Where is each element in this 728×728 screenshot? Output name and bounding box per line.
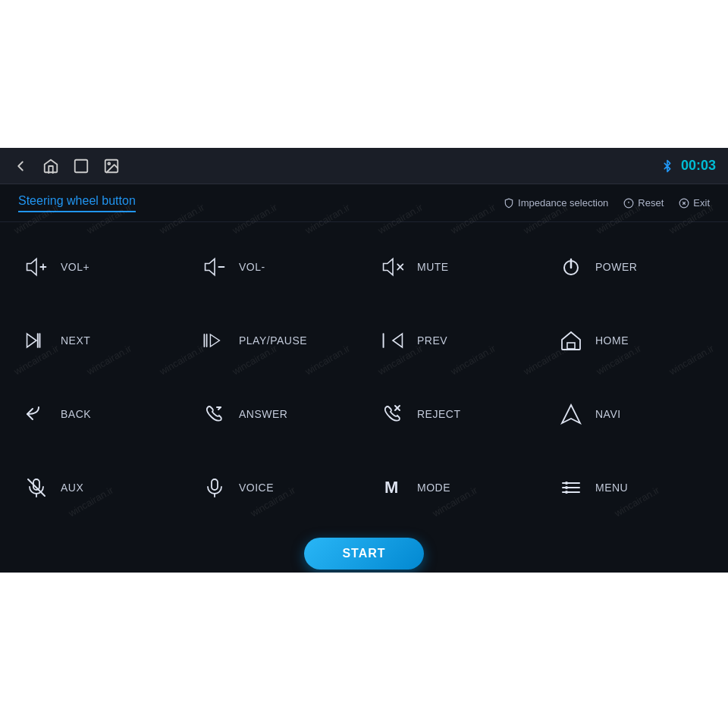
back-control[interactable]: BACK xyxy=(8,377,186,450)
top-bar-left xyxy=(12,158,120,174)
exit-action[interactable]: Exit xyxy=(679,197,710,209)
answer-label: ANSWER xyxy=(239,408,287,420)
mute-label: MUTE xyxy=(417,261,449,273)
svg-point-36 xyxy=(565,486,568,489)
svg-marker-14 xyxy=(27,334,36,347)
svg-rect-0 xyxy=(75,159,88,172)
mute-control[interactable]: MUTE xyxy=(364,230,542,303)
power-control[interactable]: POWER xyxy=(542,230,720,303)
header-row: Steering wheel button Impedance selectio… xyxy=(0,184,728,222)
vol-plus-icon xyxy=(23,256,50,278)
menu-icon xyxy=(557,476,585,499)
svg-marker-19 xyxy=(210,334,219,347)
menu-control[interactable]: MENU xyxy=(542,450,720,524)
mode-icon: M xyxy=(379,476,406,499)
home-nav-icon[interactable] xyxy=(42,158,59,174)
navi-icon xyxy=(557,403,585,425)
image-icon[interactable] xyxy=(103,158,120,174)
next-icon xyxy=(23,330,50,351)
prev-control[interactable]: PREV xyxy=(364,303,542,377)
menu-label: MENU xyxy=(595,482,628,494)
reset-action[interactable]: Reset xyxy=(623,197,664,209)
back-ctrl-label: BACK xyxy=(61,408,91,420)
main-content: Steering wheel button Impedance selectio… xyxy=(0,184,728,573)
svg-point-2 xyxy=(108,162,110,165)
home-ctrl-icon xyxy=(557,329,585,352)
vol-minus-icon xyxy=(201,256,228,278)
svg-rect-29 xyxy=(212,479,218,490)
voice-control[interactable]: VOICE xyxy=(186,450,364,524)
exit-label: Exit xyxy=(693,197,710,209)
answer-icon xyxy=(201,403,228,425)
back-arrow-icon[interactable] xyxy=(12,158,29,174)
page-title: Steering wheel button xyxy=(18,194,136,212)
home-ctrl-label: HOME xyxy=(595,334,629,347)
top-bar-right: 00:03 xyxy=(661,158,716,174)
play-pause-label: PLAY/PAUSE xyxy=(239,334,307,347)
controls-grid: VOL+ VOL- xyxy=(0,222,728,532)
aux-label: AUX xyxy=(61,482,83,494)
impedance-label: Impedance selection xyxy=(518,197,608,209)
reject-control[interactable]: REJECT xyxy=(364,377,542,450)
voice-icon xyxy=(201,476,228,499)
time-display: 00:03 xyxy=(681,158,716,174)
reset-label: Reset xyxy=(638,197,664,209)
voice-label: VOICE xyxy=(239,482,274,494)
next-label: NEXT xyxy=(61,334,90,347)
play-pause-icon xyxy=(201,330,228,351)
prev-icon xyxy=(379,330,406,351)
impedance-selection-action[interactable]: Impedance selection xyxy=(504,197,608,209)
svg-text:M: M xyxy=(384,478,398,497)
power-icon xyxy=(557,256,585,278)
vol-minus-control[interactable]: VOL- xyxy=(186,230,364,303)
back-ctrl-icon xyxy=(23,403,50,425)
app-container: wincairan.irwincairan.irwincairan.ir win… xyxy=(0,148,728,573)
mode-control[interactable]: M MODE xyxy=(364,450,542,524)
vol-plus-control[interactable]: VOL+ xyxy=(8,230,186,303)
aux-control[interactable]: AUX xyxy=(8,450,186,524)
top-nav-bar: 00:03 xyxy=(0,148,728,184)
svg-marker-20 xyxy=(393,334,402,347)
top-white-space xyxy=(0,0,728,148)
start-button-row: START xyxy=(0,532,728,573)
next-control[interactable]: NEXT xyxy=(8,303,186,377)
prev-label: PREV xyxy=(417,334,447,347)
mute-icon xyxy=(379,256,406,278)
svg-point-35 xyxy=(565,482,568,485)
reject-icon xyxy=(379,403,406,425)
mode-label: MODE xyxy=(417,482,450,494)
svg-point-37 xyxy=(565,491,568,494)
answer-control[interactable]: ANSWER xyxy=(186,377,364,450)
navi-label: NAVI xyxy=(595,408,621,420)
vol-plus-label: VOL+ xyxy=(61,261,89,273)
home-control[interactable]: HOME xyxy=(542,303,720,377)
svg-rect-22 xyxy=(567,343,575,349)
bottom-white-space xyxy=(0,573,728,728)
window-icon[interactable] xyxy=(73,158,89,174)
start-button[interactable]: START xyxy=(304,538,423,570)
header-actions: Impedance selection Reset Exit xyxy=(504,197,710,209)
play-pause-control[interactable]: PLAY/PAUSE xyxy=(186,303,364,377)
vol-minus-label: VOL- xyxy=(239,261,265,273)
navi-control[interactable]: NAVI xyxy=(542,377,720,450)
svg-marker-25 xyxy=(562,405,580,423)
power-label: POWER xyxy=(595,261,637,273)
bluetooth-icon xyxy=(661,158,673,174)
aux-icon xyxy=(23,476,50,499)
reject-label: REJECT xyxy=(417,408,460,420)
